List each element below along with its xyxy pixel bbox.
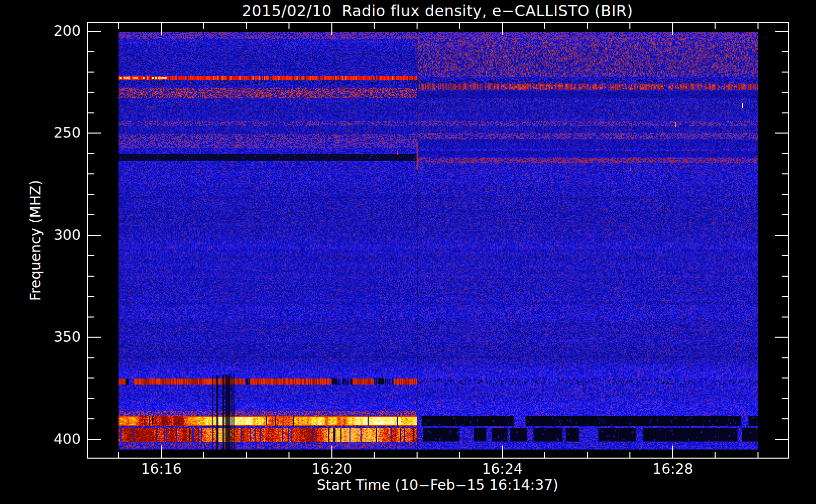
y-axis-label: Frequency (MHZ): [27, 180, 44, 301]
y-minor-tick: [782, 112, 788, 113]
x-minor-tick: [118, 22, 119, 29]
plot-frame: [87, 22, 789, 459]
y-minor-tick: [88, 377, 94, 379]
x-major-tick: [331, 446, 332, 459]
x-major-tick: [161, 22, 162, 35]
y-major-tick: [88, 31, 101, 32]
y-tick-label: 400: [48, 431, 81, 448]
x-major-tick: [161, 446, 162, 459]
y-minor-tick: [782, 153, 788, 154]
y-minor-tick: [782, 173, 788, 174]
x-major-tick: [331, 22, 332, 35]
y-minor-tick: [88, 418, 94, 419]
chart-title: 2015/02/10 Radio flux density, e−CALLIST…: [87, 2, 788, 20]
y-tick-label: 350: [48, 329, 81, 346]
x-major-tick: [502, 22, 503, 35]
x-minor-tick: [246, 452, 247, 459]
x-minor-tick: [757, 22, 759, 29]
x-minor-tick: [459, 452, 460, 459]
x-minor-tick: [417, 452, 418, 459]
x-major-tick: [502, 446, 503, 459]
x-minor-tick: [288, 22, 289, 29]
x-minor-tick: [417, 22, 418, 29]
y-major-tick: [88, 133, 101, 134]
y-minor-tick: [782, 377, 788, 379]
x-minor-tick: [757, 452, 759, 459]
x-minor-tick: [715, 22, 716, 29]
x-minor-tick: [629, 452, 630, 459]
x-minor-tick: [629, 22, 630, 29]
y-minor-tick: [88, 153, 94, 154]
y-minor-tick: [88, 112, 94, 113]
y-minor-tick: [88, 276, 94, 277]
x-minor-tick: [118, 452, 119, 459]
y-minor-tick: [782, 72, 788, 73]
y-minor-tick: [88, 92, 94, 93]
y-major-tick: [775, 31, 788, 32]
y-major-tick: [88, 439, 101, 440]
x-minor-tick: [459, 22, 460, 29]
y-minor-tick: [88, 194, 94, 195]
x-minor-tick: [544, 452, 545, 459]
x-minor-tick: [544, 22, 545, 29]
y-tick-label: 200: [48, 23, 81, 40]
y-minor-tick: [782, 317, 788, 318]
x-minor-tick: [246, 22, 247, 29]
y-minor-tick: [782, 296, 788, 297]
x-minor-tick: [374, 452, 375, 459]
y-tick-label: 300: [48, 227, 81, 244]
y-minor-tick: [88, 296, 94, 297]
x-minor-tick: [374, 22, 375, 29]
y-major-tick: [775, 235, 788, 236]
x-tick-label: 16:24: [467, 461, 538, 477]
y-minor-tick: [782, 357, 788, 358]
y-major-tick: [775, 439, 788, 440]
y-major-tick: [88, 235, 101, 236]
x-minor-tick: [715, 452, 716, 459]
x-minor-tick: [203, 22, 204, 29]
x-minor-tick: [203, 452, 204, 459]
spectrogram-figure: 2015/02/10 Radio flux density, e−CALLIST…: [0, 0, 816, 504]
y-minor-tick: [782, 398, 788, 399]
y-minor-tick: [88, 214, 94, 215]
y-major-tick: [775, 337, 788, 338]
x-minor-tick: [288, 452, 289, 459]
x-minor-tick: [587, 452, 588, 459]
y-minor-tick: [782, 255, 788, 256]
y-minor-tick: [88, 173, 94, 174]
y-minor-tick: [88, 72, 94, 73]
y-major-tick: [775, 133, 788, 134]
y-minor-tick: [88, 317, 94, 318]
y-minor-tick: [88, 357, 94, 358]
y-minor-tick: [782, 51, 788, 52]
x-minor-tick: [587, 22, 588, 29]
x-tick-label: 16:28: [637, 461, 708, 477]
x-axis-label: Start Time (10−Feb−15 16:14:37): [87, 477, 788, 493]
y-tick-label: 250: [48, 124, 81, 142]
y-minor-tick: [782, 214, 788, 215]
y-minor-tick: [782, 194, 788, 195]
x-major-tick: [672, 446, 673, 459]
x-tick-label: 16:16: [126, 461, 197, 477]
x-tick-label: 16:20: [297, 461, 367, 477]
y-minor-tick: [88, 51, 94, 52]
y-minor-tick: [782, 418, 788, 419]
x-major-tick: [672, 22, 673, 35]
y-minor-tick: [782, 92, 788, 93]
y-minor-tick: [88, 398, 94, 399]
y-minor-tick: [88, 255, 94, 256]
y-major-tick: [88, 337, 101, 338]
y-minor-tick: [782, 276, 788, 277]
